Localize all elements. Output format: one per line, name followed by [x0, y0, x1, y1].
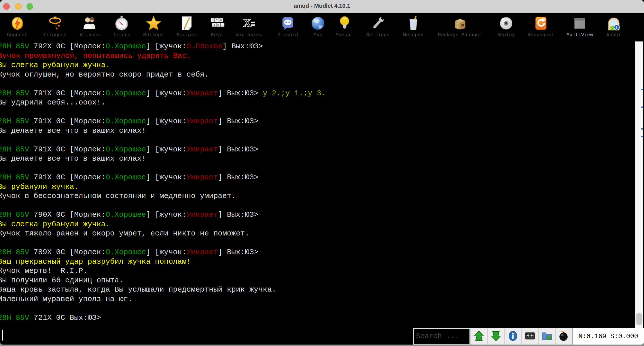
- terminal-line: Вы получили 66 единиц опыта.: [0, 276, 644, 285]
- scrollbar-marker: [641, 89, 643, 90]
- terminal-line: Вы делаете все что в ваших силах!: [0, 126, 644, 136]
- search-up-icon: [473, 330, 485, 343]
- terminal-text-segment: 28H 85V: [0, 313, 29, 322]
- toolbar-button-timers[interactable]: Timers: [113, 15, 130, 38]
- terminal-text-segment: Ваш прекрасный удар разрубил жучка попол…: [0, 257, 191, 266]
- log-button[interactable]: [538, 328, 555, 345]
- terminal-line: Ваша кровь застыла, когда Вы услышали пр…: [0, 285, 644, 294]
- toolbar-button-package-manager[interactable]: P Package Manager: [438, 15, 482, 38]
- toolbar-label: Map: [310, 32, 326, 38]
- terminal-lines: 28H 85V 792X 0C [Морлек:О.Хорошее] [жучо…: [0, 40, 644, 322]
- toolbar-label: Timers: [113, 32, 130, 38]
- toolbar-button-map[interactable]: Map: [310, 15, 326, 38]
- terminal-text-segment: О.Хорошее: [105, 42, 146, 51]
- terminal-line: [0, 238, 644, 248]
- toolbar-button-keys[interactable]: U I O J K L Keys: [209, 15, 225, 38]
- window-title: amud - Mudlet 4.10.1: [0, 3, 644, 9]
- info-button[interactable]: [504, 328, 521, 345]
- terminal-line: 28H 85V 791X 0C [Морлек:О.Хорошее] [жучо…: [0, 117, 644, 126]
- terminal-text-segment: 721X 0C Вых:ЮЗ>: [29, 313, 101, 322]
- terminal-line: [0, 79, 644, 89]
- toolbar-button-about[interactable]: i About: [606, 15, 622, 38]
- toolbar-button-reconnect[interactable]: Reconnect: [528, 15, 554, 38]
- terminal-text-segment: Вы получили 66 единиц опыта.: [0, 276, 124, 285]
- toolbar-button-buttons[interactable]: Buttons: [143, 15, 164, 38]
- search-up-button[interactable]: [470, 328, 487, 345]
- terminal-text-segment: Вы рубанули жучка.: [0, 182, 79, 191]
- terminal-text-segment: 28H 85V: [0, 42, 29, 51]
- toolbar-button-triggers[interactable]: Triggers: [43, 15, 67, 38]
- toolbar-label: Aliases: [79, 32, 100, 38]
- terminal-text-segment: 28H 85V: [0, 248, 29, 256]
- variables-icon: X: [241, 15, 257, 31]
- replay-recorder-button[interactable]: [521, 328, 538, 345]
- terminal-text-segment: 28H 85V: [0, 89, 29, 98]
- toolbar-button-manual[interactable]: Manual: [336, 15, 353, 38]
- terminal-line: Вы делаете все что в ваших силах!: [0, 154, 644, 164]
- terminal-text-segment: Ваша кровь застыла, когда Вы услышали пр…: [0, 285, 276, 294]
- scripts-icon: [179, 15, 195, 31]
- terminal-line: [0, 304, 644, 313]
- toolbar-button-notepad[interactable]: Notepad: [403, 15, 423, 38]
- console-scrollbar[interactable]: [635, 41, 643, 328]
- notepad-icon: [405, 15, 421, 31]
- toolbar-label: Settings: [366, 32, 390, 38]
- svg-text:U: U: [212, 19, 214, 22]
- terminal-text-segment: Жучок мертв! R.I.P.: [0, 267, 88, 275]
- toolbar-button-variables[interactable]: X Variables: [236, 15, 262, 38]
- command-input[interactable]: [0, 328, 413, 345]
- search-down-button[interactable]: [487, 328, 504, 345]
- terminal-text-segment: Вы слегка рубанули жучка.: [0, 220, 110, 229]
- svg-text:I: I: [216, 19, 218, 22]
- search-input[interactable]: Search ...: [413, 328, 470, 345]
- terminal-text-segment: ] Вых:ЮЗ>: [218, 89, 258, 98]
- terminal-text-segment: ] Вых:ЮЗ>: [218, 173, 258, 182]
- terminal-text-segment: ] [жучок:: [146, 173, 186, 182]
- toolbar-label: Manual: [336, 32, 353, 38]
- svg-text:K: K: [217, 24, 219, 27]
- terminal-text-segment: Умирает: [186, 173, 218, 182]
- terminal-line: 28H 85V 789X 0C [Морлек:О.Хорошее] [жучо…: [0, 248, 644, 257]
- terminal-text-segment: Жучок оглушен, но вероятно скоро придет …: [0, 70, 209, 79]
- terminal-text-segment: 790X 0C [Морлек:: [29, 210, 105, 219]
- scrollbar-thumb[interactable]: [636, 313, 642, 325]
- terminal-line: Вы слегка рубанули жучка.: [0, 220, 644, 229]
- triggers-icon: [47, 15, 63, 31]
- replay-icon: [498, 15, 514, 31]
- toolbar-button-aliases[interactable]: Aliases: [79, 15, 100, 38]
- svg-text:J: J: [213, 24, 215, 27]
- error-console-button[interactable]: [555, 328, 572, 345]
- manual-icon: [336, 15, 353, 31]
- toolbar-label: MultiView: [567, 32, 593, 38]
- title-bar[interactable]: amud - Mudlet 4.10.1: [0, 0, 644, 13]
- terminal-text-segment: Вы делаете все что в ваших силах!: [0, 126, 146, 135]
- terminal-line: [0, 201, 644, 210]
- toolbar-button-discord[interactable]: Discord: [277, 15, 298, 38]
- text-cursor: [2, 330, 3, 341]
- search-placeholder: Search ...: [414, 332, 459, 341]
- terminal-text-segment: ] Вых:ЮЗ>: [218, 117, 258, 126]
- terminal-text-segment: ] [жучок:: [146, 248, 186, 256]
- search-down-icon: [490, 330, 502, 343]
- terminal-text-segment: ] [жучок:: [146, 117, 186, 126]
- terminal-text-segment: 791X 0C [Морлек:: [29, 145, 105, 154]
- terminal-text-segment: у 2.;у 1.;у 3.: [258, 89, 326, 98]
- terminal-line: Вы ударили себя...ооох!.: [0, 98, 644, 107]
- toolbar-button-connect[interactable]: Connect: [7, 15, 27, 38]
- latency-status: N:0.169 S:0.000: [573, 328, 644, 345]
- terminal-line: 28H 85V 790X 0C [Морлек:О.Хорошее] [жучо…: [0, 210, 644, 220]
- toolbar-button-settings[interactable]: Settings: [366, 15, 390, 38]
- terminal-text-segment: ] [жучок:: [146, 145, 186, 154]
- terminal-line: Ваш прекрасный удар разрубил жучка попол…: [0, 257, 644, 267]
- multiview-icon: [572, 15, 588, 31]
- toolbar-label: Buttons: [143, 32, 164, 38]
- svg-text:L: L: [221, 24, 223, 27]
- toolbar-button-scripts[interactable]: Scripts: [176, 15, 197, 38]
- terminal-text-segment: ] Вых:ЮЗ>: [218, 248, 258, 256]
- mudlet-window: amud - Mudlet 4.10.1 Connect Triggers: [0, 0, 644, 346]
- terminal-line: 28H 85V 791X 0C [Морлек:О.Хорошее] [жучо…: [0, 89, 644, 98]
- bomb-icon: [558, 330, 570, 343]
- toolbar-button-replay[interactable]: Replay: [497, 15, 515, 38]
- toolbar-button-multiview[interactable]: MultiView: [567, 15, 593, 38]
- svg-text:O: O: [220, 19, 222, 22]
